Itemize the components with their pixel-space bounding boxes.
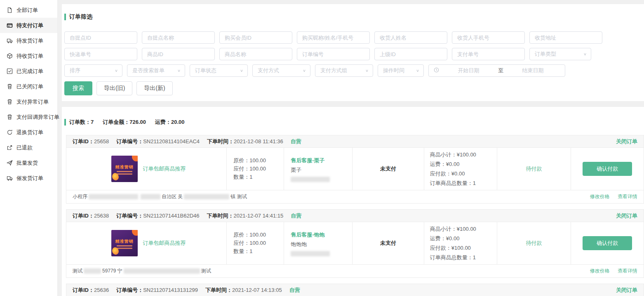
search-button[interactable]: 搜索 bbox=[64, 81, 92, 95]
operation-time-select[interactable]: 操作时间 ∨ bbox=[378, 64, 424, 77]
order-list: 订单ID：25658 订单编号：SN211208114104EAC4 下单时间：… bbox=[64, 135, 644, 296]
product-name-link[interactable]: 订单包邮商品推荐 bbox=[143, 165, 186, 173]
payment-group-select[interactable]: 支付方式组 ∨ bbox=[315, 64, 373, 77]
sort-select[interactable]: 排序 ∨ bbox=[64, 64, 122, 77]
total-quantity: 订单商品总数量：1 bbox=[430, 178, 497, 188]
sidebar-item-label: 全部订单 bbox=[16, 7, 38, 14]
order-state-cell: 待付款 bbox=[497, 148, 571, 190]
receiver-phone-input[interactable] bbox=[452, 31, 525, 44]
package-icon bbox=[7, 53, 13, 59]
subtotal: 商品小计：¥100.00 bbox=[430, 150, 497, 159]
pending-payment-label: 待付款 bbox=[526, 239, 542, 247]
chevron-down-icon: ∨ bbox=[177, 69, 181, 73]
sidebar-item-refunded[interactable]: 已退款 bbox=[0, 140, 57, 155]
sidebar-item-closed[interactable]: 已关闭订单 bbox=[0, 79, 57, 94]
sidebar-item-batch-shipment[interactable]: 批量发货 bbox=[0, 155, 57, 170]
redacted-text bbox=[184, 194, 229, 199]
export-old-button[interactable]: 导出(旧) bbox=[96, 81, 132, 95]
close-order-link[interactable]: 关闭订单 bbox=[616, 138, 637, 145]
close-order-link[interactable]: 关闭订单 bbox=[616, 212, 637, 220]
filter-row-3: 排序 ∨ 是否搜索首单 ∨ 订单状态 ∨ 支付方式 ∨ 支付方式组 ∨ bbox=[64, 64, 644, 77]
redacted-text bbox=[84, 268, 101, 274]
original-price: 原价：100.00 bbox=[233, 156, 284, 165]
order-body: 精准营销 订单包邮商品推荐 原价：100.00 应付：100.00 数量：1 bbox=[66, 222, 644, 264]
service-agent-link[interactable]: 售后客服-栗子 bbox=[291, 156, 352, 165]
parent-id-input[interactable] bbox=[374, 48, 447, 60]
thumb-decor bbox=[132, 156, 138, 161]
chevron-down-icon: ∨ bbox=[416, 69, 419, 73]
sidebar-item-label: 已完成订单 bbox=[16, 68, 43, 75]
product-id-input[interactable] bbox=[142, 48, 215, 60]
pending-payment-label: 待付款 bbox=[526, 165, 542, 173]
address-fragment: 测试 bbox=[73, 268, 82, 275]
date-range-picker[interactable]: 开始日期 至 结束日期 bbox=[428, 64, 565, 77]
receiver-name-input[interactable] bbox=[374, 31, 447, 44]
sidebar-item-label: 催发货订单 bbox=[16, 175, 43, 182]
buyer-member-id-input[interactable] bbox=[219, 31, 292, 44]
sidebar-item-pending-shipment[interactable]: 待发货订单 bbox=[0, 33, 57, 48]
sidebar-item-callback-exception[interactable]: 支付回调异常订单 bbox=[0, 109, 57, 125]
order-type-select[interactable]: 订单类型 ∨ bbox=[529, 48, 591, 60]
edit-price-link[interactable]: 修改价格 bbox=[590, 194, 610, 199]
self-operated-badge: 自营 bbox=[291, 212, 301, 220]
buyer-nickname-input[interactable] bbox=[297, 31, 370, 44]
order-status-select[interactable]: 订单状态 ∨ bbox=[190, 64, 248, 77]
order-filter-panel: 订单筛选 订单类型 ∨ bbox=[62, 4, 644, 101]
sidebar-item-pending-payment[interactable]: 待支付订单 bbox=[0, 18, 57, 33]
order-state-cell: 待付款 bbox=[497, 222, 571, 264]
thumb-decor bbox=[112, 247, 119, 255]
payment-status: 未支付 bbox=[380, 165, 396, 173]
sidebar-item-urge-shipment[interactable]: 催发货订单 bbox=[0, 170, 57, 186]
sidebar-item-returns[interactable]: 退换货订单 bbox=[0, 125, 57, 140]
amounts-cell: 商品小计：¥100.00 运费：¥0.00 应付款：¥0.00 订单商品总数量：… bbox=[424, 148, 497, 190]
order-card: 订单ID：25658 订单编号：SN211208114104EAC4 下单时间：… bbox=[66, 135, 644, 204]
stat-order-count: 订单数：7 bbox=[69, 118, 94, 126]
order-card: 订单ID：25638 订单编号：SN2112071441B62D46 下单时间：… bbox=[66, 209, 644, 278]
amount-due: 应付款：¥0.00 bbox=[430, 169, 497, 178]
pickup-id-input[interactable] bbox=[64, 31, 137, 44]
order-sn-input[interactable] bbox=[297, 48, 370, 60]
close-order-link[interactable]: 关闭订单 bbox=[616, 287, 637, 294]
sidebar-item-all-orders[interactable]: 全部订单 bbox=[0, 2, 57, 18]
amount-due: 应付款：¥100.00 bbox=[430, 243, 497, 253]
first-order-select[interactable]: 是否搜索首单 ∨ bbox=[127, 64, 185, 77]
payment-sn-input[interactable] bbox=[452, 48, 525, 60]
confirm-payment-button[interactable]: 确认付款 bbox=[583, 162, 632, 176]
view-detail-link[interactable]: 查看详情 bbox=[618, 268, 637, 274]
product-name-link[interactable]: 订单包邮商品推荐 bbox=[143, 239, 186, 247]
product-cell: 精准营销 订单包邮商品推荐 bbox=[66, 222, 227, 264]
sidebar-item-completed[interactable]: 已完成订单 bbox=[0, 64, 57, 79]
payment-method-select[interactable]: 支付方式 ∨ bbox=[252, 64, 310, 77]
order-time: 2021-12-07 14:41:15 bbox=[234, 213, 284, 219]
sidebar: 全部订单 待支付订单 待发货订单 待收货订单 已完成订单 已关闭订单 支付异常订… bbox=[0, 0, 58, 296]
address-fragment: 镇 测试 bbox=[230, 193, 247, 200]
chevron-down-icon: ∨ bbox=[365, 69, 369, 73]
product-name-input[interactable] bbox=[219, 48, 292, 60]
address-fragment: 59779 宁 bbox=[102, 268, 122, 275]
chevron-down-icon: ∨ bbox=[583, 52, 587, 56]
product-thumbnail[interactable]: 精准营销 bbox=[111, 230, 138, 256]
sidebar-item-pending-receipt[interactable]: 待收货订单 bbox=[0, 48, 57, 64]
service-agent-link[interactable]: 售后客服-饱饱 bbox=[291, 230, 352, 239]
product-thumbnail[interactable]: 精准营销 bbox=[111, 156, 138, 182]
sidebar-item-payment-exception[interactable]: 支付异常订单 bbox=[0, 94, 57, 109]
pickup-name-input[interactable] bbox=[142, 31, 215, 44]
confirm-payment-button[interactable]: 确认付款 bbox=[583, 236, 632, 250]
tracking-number-input[interactable] bbox=[64, 48, 137, 60]
view-detail-link[interactable]: 查看详情 bbox=[618, 194, 637, 199]
buyer-name: 饱饱饱 bbox=[291, 239, 352, 249]
redacted-phone bbox=[291, 177, 330, 182]
edit-price-link[interactable]: 修改价格 bbox=[590, 268, 610, 274]
sidebar-item-label: 待收货订单 bbox=[16, 52, 43, 60]
self-operated-badge: 自营 bbox=[291, 138, 301, 145]
chevron-down-icon: ∨ bbox=[240, 69, 243, 73]
amounts-cell: 商品小计：¥100.00 运费：¥0.00 应付款：¥100.00 订单商品总数… bbox=[424, 222, 497, 264]
sidebar-item-label: 已关闭订单 bbox=[16, 83, 43, 90]
export-new-button[interactable]: 导出(新) bbox=[136, 81, 172, 95]
order-header: 订单ID：25636 订单编号：SN2112071413131299 下单时间：… bbox=[66, 284, 644, 296]
payment-status-cell: 未支付 bbox=[353, 222, 424, 264]
refresh-icon bbox=[7, 129, 13, 135]
sidebar-item-label: 待发货订单 bbox=[16, 37, 43, 45]
trash-icon bbox=[7, 83, 13, 90]
receiver-address-input[interactable] bbox=[529, 31, 602, 44]
